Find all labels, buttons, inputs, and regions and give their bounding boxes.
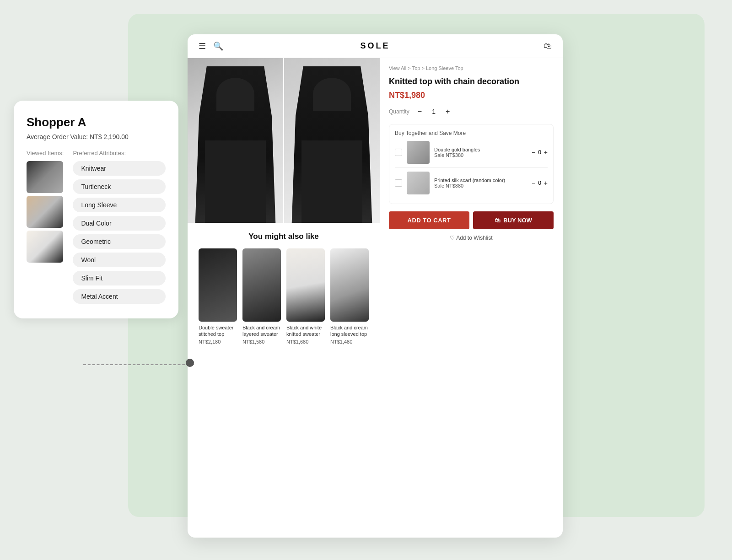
rec-name-4: Black and cream long sleeved top bbox=[330, 324, 369, 338]
attr-knitwear: Knitwear bbox=[73, 161, 166, 176]
rec-name-3: Black and white knitted sweater bbox=[286, 324, 325, 338]
rec-item-3[interactable]: Black and white knitted sweater NT$1,680 bbox=[286, 248, 325, 345]
viewed-item-3[interactable] bbox=[27, 231, 63, 263]
bundle-checkbox-2[interactable] bbox=[395, 179, 402, 187]
recommendations-grid: Double sweater stitched top NT$2,180 Bla… bbox=[199, 248, 369, 345]
preferred-label: Preferred Attributes: bbox=[73, 150, 166, 156]
rec-item-4[interactable]: Black and cream long sleeved top NT$1,48… bbox=[330, 248, 369, 345]
quantity-control: − 1 + bbox=[415, 107, 453, 117]
rec-price-2: NT$1,580 bbox=[242, 339, 281, 345]
viewed-items-list bbox=[27, 161, 64, 263]
bundle-box: Buy Together and Save More Double gold b… bbox=[389, 124, 554, 204]
shopper-card: Shopper A Average Order Value: NT$ 2,190… bbox=[14, 101, 178, 318]
left-column: You might also like Double sweater stitc… bbox=[188, 58, 380, 538]
model-image-2 bbox=[284, 58, 380, 223]
bundle-qty-ctrl-1: − 0 + bbox=[532, 149, 548, 156]
bundle-item-1: Double gold bangles Sale NT$380 − 0 + bbox=[395, 141, 548, 164]
rec-item-2[interactable]: Black and cream layered sweater NT$1,580 bbox=[242, 248, 281, 345]
product-images bbox=[188, 58, 380, 223]
viewed-item-2[interactable] bbox=[27, 196, 63, 228]
qty-increase-button[interactable]: + bbox=[443, 107, 452, 117]
product-image-2[interactable] bbox=[284, 58, 380, 223]
viewed-label: Viewed Items: bbox=[27, 150, 64, 156]
bundle-item-name-1: Double gold bangles bbox=[434, 147, 527, 152]
rec-image-2 bbox=[242, 248, 281, 322]
bundle-qty-ctrl-2: − 0 + bbox=[532, 179, 548, 187]
viewed-item-1[interactable] bbox=[27, 161, 63, 193]
rec-item-1[interactable]: Double sweater stitched top NT$2,180 bbox=[199, 248, 237, 345]
dashed-connector bbox=[83, 342, 194, 365]
bundle-info-1: Double gold bangles Sale NT$380 bbox=[434, 147, 527, 158]
rec-price-4: NT$1,480 bbox=[330, 339, 369, 345]
product-info-panel: View All > Top > Long Sleeve Top Knitted… bbox=[380, 58, 563, 538]
rec-price-3: NT$1,680 bbox=[286, 339, 325, 345]
wishlist-link[interactable]: ♡ Add to Wishlist bbox=[389, 235, 554, 241]
rec-image-1 bbox=[199, 248, 237, 322]
attr-metalaccent: Metal Accent bbox=[73, 289, 166, 304]
buy-now-icon: 🛍 bbox=[495, 217, 501, 224]
product-title: Knitted top with chain decoration bbox=[389, 76, 554, 87]
bundle-item-2: Printed silk scarf (random color) Sale N… bbox=[395, 172, 548, 194]
bundle-divider bbox=[395, 167, 548, 168]
shopper-aov: Average Order Value: NT$ 2,190.00 bbox=[27, 133, 166, 140]
buy-now-button[interactable]: 🛍 BUY NOW bbox=[473, 211, 554, 229]
product-image-1[interactable] bbox=[188, 58, 283, 223]
rec-image-4 bbox=[330, 248, 369, 322]
model-image-1 bbox=[188, 58, 283, 223]
rec-name-1: Double sweater stitched top bbox=[199, 324, 237, 338]
breadcrumb: View All > Top > Long Sleeve Top bbox=[389, 65, 554, 71]
bundle-qty-increase-2[interactable]: + bbox=[544, 179, 548, 187]
menu-icon[interactable]: ☰ bbox=[199, 41, 206, 51]
product-area: You might also like Double sweater stitc… bbox=[188, 58, 563, 538]
app-header: ☰ 🔍 SOLE 🛍 bbox=[188, 34, 563, 58]
app-window: ☰ 🔍 SOLE 🛍 bbox=[188, 34, 563, 538]
attr-slimfit: Slim Fit bbox=[73, 271, 166, 285]
bundle-qty-increase-1[interactable]: + bbox=[544, 149, 548, 156]
add-to-cart-button[interactable]: ADD TO CART bbox=[389, 211, 469, 229]
bundle-image-2 bbox=[407, 172, 430, 194]
buy-now-label: BUY NOW bbox=[503, 217, 532, 224]
header-left: ☰ 🔍 bbox=[199, 41, 223, 51]
bundle-qty-value-1: 0 bbox=[538, 149, 541, 156]
qty-value: 1 bbox=[429, 108, 438, 115]
bundle-item-price-2: Sale NT$880 bbox=[434, 183, 527, 188]
bundle-image-1 bbox=[407, 141, 430, 164]
attr-longsleeve: Long Sleeve bbox=[73, 198, 166, 212]
qty-decrease-button[interactable]: − bbox=[415, 107, 425, 117]
rec-price-1: NT$2,180 bbox=[199, 339, 237, 345]
bundle-title: Buy Together and Save More bbox=[395, 130, 548, 136]
attr-geometric: Geometric bbox=[73, 234, 166, 249]
quantity-row: Quantity − 1 + bbox=[389, 107, 554, 117]
recommendations-section: You might also like Double sweater stitc… bbox=[188, 223, 380, 354]
bundle-item-name-2: Printed silk scarf (random color) bbox=[434, 178, 527, 183]
recommendations-title: You might also like bbox=[199, 232, 369, 241]
preferred-attributes: Knitwear Turtleneck Long Sleeve Dual Col… bbox=[73, 161, 166, 304]
attr-wool: Wool bbox=[73, 253, 166, 267]
dashed-dot bbox=[186, 359, 194, 367]
bundle-qty-value-2: 0 bbox=[538, 180, 541, 186]
rec-image-3 bbox=[286, 248, 325, 322]
bundle-info-2: Printed silk scarf (random color) Sale N… bbox=[434, 178, 527, 188]
shopper-name: Shopper A bbox=[27, 115, 166, 129]
search-icon[interactable]: 🔍 bbox=[213, 41, 223, 51]
bundle-item-price-1: Sale NT$380 bbox=[434, 152, 527, 158]
action-buttons: ADD TO CART 🛍 BUY NOW bbox=[389, 211, 554, 229]
quantity-label: Quantity bbox=[389, 108, 409, 115]
rec-name-2: Black and cream layered sweater bbox=[242, 324, 281, 338]
attr-turtleneck: Turtleneck bbox=[73, 179, 166, 194]
cart-icon[interactable]: 🛍 bbox=[544, 41, 552, 51]
bundle-qty-decrease-2[interactable]: − bbox=[532, 179, 535, 187]
product-price: NT$1,980 bbox=[389, 91, 554, 100]
attr-dualcolor: Dual Color bbox=[73, 216, 166, 231]
bundle-qty-decrease-1[interactable]: − bbox=[532, 149, 535, 156]
app-logo: SOLE bbox=[360, 41, 390, 51]
bundle-checkbox-1[interactable] bbox=[395, 149, 402, 156]
